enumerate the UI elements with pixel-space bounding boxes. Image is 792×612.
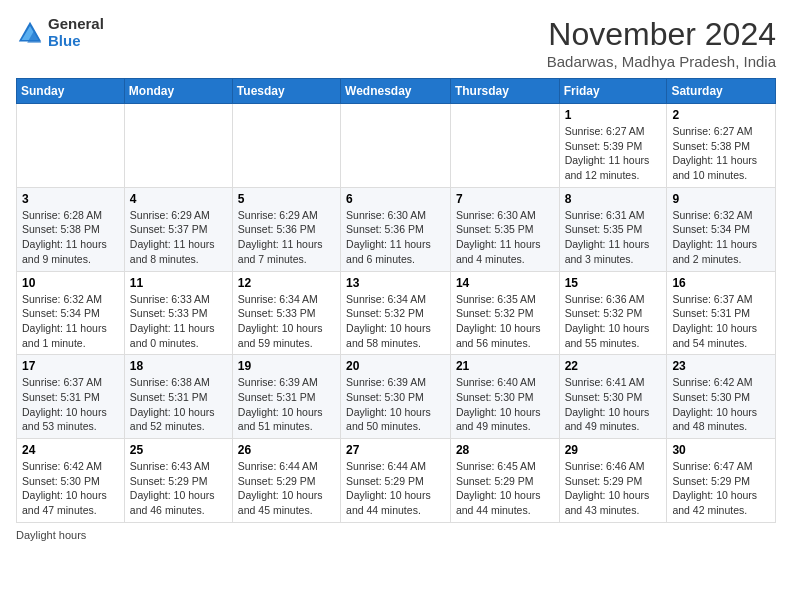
calendar-cell: 16Sunrise: 6:37 AM Sunset: 5:31 PM Dayli…: [667, 271, 776, 355]
calendar-cell: 12Sunrise: 6:34 AM Sunset: 5:33 PM Dayli…: [232, 271, 340, 355]
calendar-cell: [124, 104, 232, 188]
calendar-cell: [450, 104, 559, 188]
day-number: 12: [238, 276, 335, 290]
calendar-cell: 15Sunrise: 6:36 AM Sunset: 5:32 PM Dayli…: [559, 271, 667, 355]
week-row-3: 10Sunrise: 6:32 AM Sunset: 5:34 PM Dayli…: [17, 271, 776, 355]
day-info: Sunrise: 6:34 AM Sunset: 5:32 PM Dayligh…: [346, 292, 445, 351]
day-number: 19: [238, 359, 335, 373]
day-number: 28: [456, 443, 554, 457]
day-info: Sunrise: 6:29 AM Sunset: 5:36 PM Dayligh…: [238, 208, 335, 267]
day-info: Sunrise: 6:28 AM Sunset: 5:38 PM Dayligh…: [22, 208, 119, 267]
footer-text: Daylight hours: [16, 529, 86, 541]
calendar-cell: 3Sunrise: 6:28 AM Sunset: 5:38 PM Daylig…: [17, 187, 125, 271]
calendar-cell: 5Sunrise: 6:29 AM Sunset: 5:36 PM Daylig…: [232, 187, 340, 271]
calendar-cell: 28Sunrise: 6:45 AM Sunset: 5:29 PM Dayli…: [450, 439, 559, 523]
page-header: General Blue November 2024 Badarwas, Mad…: [16, 16, 776, 70]
calendar-cell: 23Sunrise: 6:42 AM Sunset: 5:30 PM Dayli…: [667, 355, 776, 439]
calendar-cell: 20Sunrise: 6:39 AM Sunset: 5:30 PM Dayli…: [341, 355, 451, 439]
day-number: 8: [565, 192, 662, 206]
calendar-cell: 6Sunrise: 6:30 AM Sunset: 5:36 PM Daylig…: [341, 187, 451, 271]
calendar-cell: 24Sunrise: 6:42 AM Sunset: 5:30 PM Dayli…: [17, 439, 125, 523]
day-number: 3: [22, 192, 119, 206]
day-info: Sunrise: 6:29 AM Sunset: 5:37 PM Dayligh…: [130, 208, 227, 267]
header-tuesday: Tuesday: [232, 79, 340, 104]
header-sunday: Sunday: [17, 79, 125, 104]
day-info: Sunrise: 6:36 AM Sunset: 5:32 PM Dayligh…: [565, 292, 662, 351]
header-wednesday: Wednesday: [341, 79, 451, 104]
calendar-cell: [232, 104, 340, 188]
page-title: November 2024: [547, 16, 776, 53]
day-number: 18: [130, 359, 227, 373]
day-info: Sunrise: 6:38 AM Sunset: 5:31 PM Dayligh…: [130, 375, 227, 434]
day-info: Sunrise: 6:43 AM Sunset: 5:29 PM Dayligh…: [130, 459, 227, 518]
calendar-cell: 1Sunrise: 6:27 AM Sunset: 5:39 PM Daylig…: [559, 104, 667, 188]
week-row-5: 24Sunrise: 6:42 AM Sunset: 5:30 PM Dayli…: [17, 439, 776, 523]
day-info: Sunrise: 6:31 AM Sunset: 5:35 PM Dayligh…: [565, 208, 662, 267]
day-info: Sunrise: 6:45 AM Sunset: 5:29 PM Dayligh…: [456, 459, 554, 518]
calendar-cell: 11Sunrise: 6:33 AM Sunset: 5:33 PM Dayli…: [124, 271, 232, 355]
day-number: 16: [672, 276, 770, 290]
day-number: 26: [238, 443, 335, 457]
week-row-1: 1Sunrise: 6:27 AM Sunset: 5:39 PM Daylig…: [17, 104, 776, 188]
calendar-cell: 9Sunrise: 6:32 AM Sunset: 5:34 PM Daylig…: [667, 187, 776, 271]
calendar-cell: 10Sunrise: 6:32 AM Sunset: 5:34 PM Dayli…: [17, 271, 125, 355]
day-info: Sunrise: 6:35 AM Sunset: 5:32 PM Dayligh…: [456, 292, 554, 351]
calendar-cell: 19Sunrise: 6:39 AM Sunset: 5:31 PM Dayli…: [232, 355, 340, 439]
calendar-header-row: SundayMondayTuesdayWednesdayThursdayFrid…: [17, 79, 776, 104]
day-info: Sunrise: 6:41 AM Sunset: 5:30 PM Dayligh…: [565, 375, 662, 434]
day-number: 9: [672, 192, 770, 206]
day-number: 21: [456, 359, 554, 373]
day-number: 10: [22, 276, 119, 290]
day-number: 20: [346, 359, 445, 373]
day-info: Sunrise: 6:30 AM Sunset: 5:36 PM Dayligh…: [346, 208, 445, 267]
day-info: Sunrise: 6:32 AM Sunset: 5:34 PM Dayligh…: [672, 208, 770, 267]
calendar-cell: 7Sunrise: 6:30 AM Sunset: 5:35 PM Daylig…: [450, 187, 559, 271]
calendar-cell: [341, 104, 451, 188]
day-info: Sunrise: 6:34 AM Sunset: 5:33 PM Dayligh…: [238, 292, 335, 351]
calendar-cell: 21Sunrise: 6:40 AM Sunset: 5:30 PM Dayli…: [450, 355, 559, 439]
day-number: 29: [565, 443, 662, 457]
day-info: Sunrise: 6:44 AM Sunset: 5:29 PM Dayligh…: [238, 459, 335, 518]
calendar-cell: 8Sunrise: 6:31 AM Sunset: 5:35 PM Daylig…: [559, 187, 667, 271]
day-number: 17: [22, 359, 119, 373]
logo-icon: [16, 19, 44, 47]
day-info: Sunrise: 6:37 AM Sunset: 5:31 PM Dayligh…: [672, 292, 770, 351]
day-number: 30: [672, 443, 770, 457]
day-info: Sunrise: 6:40 AM Sunset: 5:30 PM Dayligh…: [456, 375, 554, 434]
day-number: 13: [346, 276, 445, 290]
day-number: 1: [565, 108, 662, 122]
calendar-table: SundayMondayTuesdayWednesdayThursdayFrid…: [16, 78, 776, 523]
header-friday: Friday: [559, 79, 667, 104]
calendar-cell: 2Sunrise: 6:27 AM Sunset: 5:38 PM Daylig…: [667, 104, 776, 188]
calendar-cell: 30Sunrise: 6:47 AM Sunset: 5:29 PM Dayli…: [667, 439, 776, 523]
day-info: Sunrise: 6:32 AM Sunset: 5:34 PM Dayligh…: [22, 292, 119, 351]
day-number: 4: [130, 192, 227, 206]
title-block: November 2024 Badarwas, Madhya Pradesh, …: [547, 16, 776, 70]
logo-general: General: [48, 16, 104, 33]
footer-note: Daylight hours: [16, 529, 776, 541]
day-number: 2: [672, 108, 770, 122]
header-thursday: Thursday: [450, 79, 559, 104]
day-info: Sunrise: 6:33 AM Sunset: 5:33 PM Dayligh…: [130, 292, 227, 351]
day-info: Sunrise: 6:30 AM Sunset: 5:35 PM Dayligh…: [456, 208, 554, 267]
calendar-cell: [17, 104, 125, 188]
day-info: Sunrise: 6:27 AM Sunset: 5:39 PM Dayligh…: [565, 124, 662, 183]
calendar-cell: 29Sunrise: 6:46 AM Sunset: 5:29 PM Dayli…: [559, 439, 667, 523]
day-number: 23: [672, 359, 770, 373]
logo-blue: Blue: [48, 33, 104, 50]
calendar-cell: 22Sunrise: 6:41 AM Sunset: 5:30 PM Dayli…: [559, 355, 667, 439]
calendar-cell: 27Sunrise: 6:44 AM Sunset: 5:29 PM Dayli…: [341, 439, 451, 523]
page-subtitle: Badarwas, Madhya Pradesh, India: [547, 53, 776, 70]
day-number: 25: [130, 443, 227, 457]
calendar-cell: 25Sunrise: 6:43 AM Sunset: 5:29 PM Dayli…: [124, 439, 232, 523]
day-info: Sunrise: 6:44 AM Sunset: 5:29 PM Dayligh…: [346, 459, 445, 518]
day-number: 15: [565, 276, 662, 290]
day-number: 11: [130, 276, 227, 290]
day-info: Sunrise: 6:39 AM Sunset: 5:31 PM Dayligh…: [238, 375, 335, 434]
day-number: 22: [565, 359, 662, 373]
calendar-cell: 13Sunrise: 6:34 AM Sunset: 5:32 PM Dayli…: [341, 271, 451, 355]
day-info: Sunrise: 6:42 AM Sunset: 5:30 PM Dayligh…: [672, 375, 770, 434]
day-number: 6: [346, 192, 445, 206]
day-info: Sunrise: 6:42 AM Sunset: 5:30 PM Dayligh…: [22, 459, 119, 518]
day-info: Sunrise: 6:46 AM Sunset: 5:29 PM Dayligh…: [565, 459, 662, 518]
